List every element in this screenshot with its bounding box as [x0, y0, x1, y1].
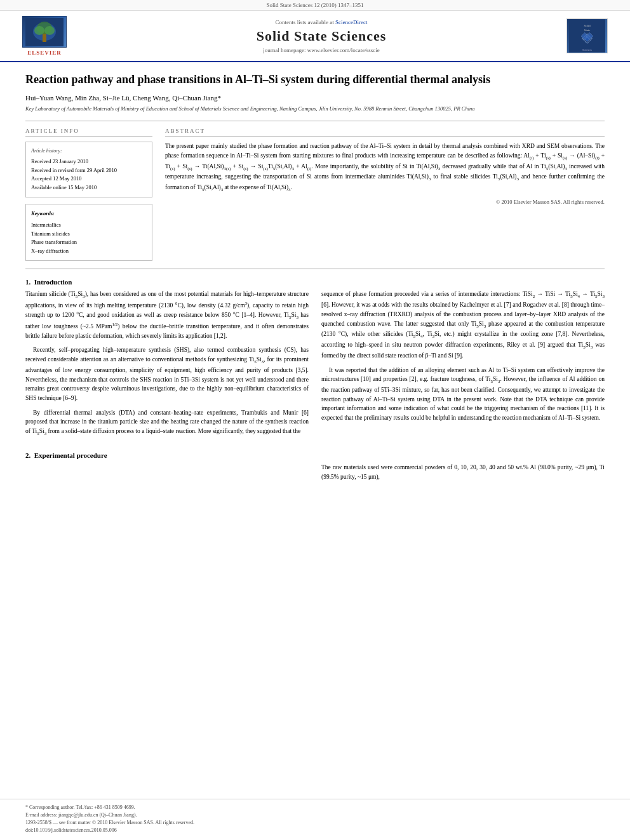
intro-p1: Titanium silicide (Ti5Si3), has been con… [25, 290, 309, 340]
keywords-label: Keywords: [31, 210, 147, 218]
email-line: E-mail address: jiangqc@jlu.edu.cn (Qi–C… [25, 812, 605, 818]
contents-link: Contents lists available at ScienceDirec… [76, 19, 566, 25]
authors: Hui–Yuan Wang, Min Zha, Si–Jie Lü, Cheng… [25, 94, 605, 102]
journal-title: Solid State Sciences [76, 28, 566, 44]
authors-text: Hui–Yuan Wang, Min Zha, Si–Jie Lü, Cheng… [25, 94, 221, 102]
keywords-box: Keywords: Intermetallics Titanium silici… [25, 204, 152, 261]
solid-state-logo: Solid State Sciences [566, 18, 608, 53]
article-info-column: ARTICLE INFO Article history: Received 2… [25, 128, 152, 261]
svg-point-4 [34, 26, 44, 35]
issn-line: 1293-2558/$ — see front matter © 2010 El… [25, 820, 605, 825]
article-title: Reaction pathway and phase transitions i… [25, 72, 605, 88]
intro-col1: Titanium silicide (Ti5Si3), has been con… [25, 290, 309, 442]
svg-text:Solid: Solid [584, 24, 591, 27]
main-content: Reaction pathway and phase transitions i… [0, 62, 630, 799]
keyword-2: Titanium silicides [31, 230, 147, 239]
journal-citation: Solid State Sciences 12 (2010) 1347–1351 [266, 2, 363, 8]
solid-state-logo-area: Solid State Sciences [566, 18, 617, 53]
elsevier-logo-area: ELSEVIER [13, 16, 76, 56]
exp-col1 [25, 463, 309, 486]
affiliation: Key Laboratory of Automobile Materials o… [25, 105, 605, 113]
journal-header: ELSEVIER Contents lists available at Sci… [0, 11, 630, 62]
footer: * Corresponding author. Tel./fax: +86 43… [0, 799, 630, 840]
accepted-date: Accepted 12 May 2010 [31, 175, 147, 183]
exp-p1: The raw materials used were commercial p… [321, 463, 605, 481]
svg-point-5 [44, 26, 55, 35]
info-abstract-section: ARTICLE INFO Article history: Received 2… [25, 128, 605, 261]
journal-citation-bar: Solid State Sciences 12 (2010) 1347–1351 [0, 0, 630, 11]
keyword-4: X–ray diffraction [31, 247, 147, 256]
email-address: jiangqc@jlu.edu.cn (Qi–Chuan Jiang). [58, 812, 137, 818]
intro-p2: Recently, self–propagating high–temperat… [25, 345, 309, 403]
keyword-3: Phase transformation [31, 238, 147, 247]
intro-p3: By differential thermal analysis (DTA) a… [25, 408, 309, 437]
divider-1 [25, 121, 605, 121]
journal-title-area: Contents lists available at ScienceDirec… [76, 19, 566, 53]
abstract-column: ABSTRACT The present paper mainly studie… [165, 128, 605, 261]
abstract-text: The present paper mainly studied the pha… [165, 142, 605, 194]
received-date: Received 23 January 2010 [31, 157, 147, 166]
elsevier-graphic [22, 16, 67, 48]
received-revised-date: Received in revised form 29 April 2010 [31, 166, 147, 175]
experimental-body: The raw materials used were commercial p… [25, 463, 605, 486]
keyword-1: Intermetallics [31, 221, 147, 230]
exp-col2: The raw materials used were commercial p… [321, 463, 605, 486]
history-label: Article history: [31, 147, 147, 155]
intro-col2-p1: sequence of phase formation proceeded vi… [321, 290, 605, 360]
intro-body: Titanium silicide (Ti5Si3), has been con… [25, 290, 605, 442]
divider-2 [25, 269, 605, 269]
intro-title: 1. Introduction [25, 278, 605, 286]
doi-line: doi:10.1016/j.solidstatesciences.2010.05… [25, 827, 605, 833]
sciencedirect-link[interactable]: ScienceDirect [335, 19, 367, 25]
corresponding-note: * Corresponding author. Tel./fax: +86 43… [25, 804, 605, 810]
experimental-title: 2. Experimental procedure [25, 451, 605, 459]
svg-text:State: State [584, 29, 591, 32]
intro-col2: sequence of phase formation proceeded vi… [321, 290, 605, 442]
svg-text:Sciences: Sciences [582, 48, 592, 51]
article-info-label: ARTICLE INFO [25, 128, 152, 137]
abstract-label: ABSTRACT [165, 128, 605, 137]
intro-col2-p2: It was reported that the addition of an … [321, 366, 605, 423]
email-label: E-mail address: [25, 812, 57, 818]
journal-homepage: journal homepage: www.elsevier.com/locat… [76, 47, 566, 53]
copyright-text: © 2010 Elsevier Masson SAS. All rights r… [165, 199, 605, 205]
elsevier-name: ELSEVIER [27, 50, 62, 56]
available-date: Available online 15 May 2010 [31, 183, 147, 192]
article-history-box: Article history: Received 23 January 201… [25, 142, 152, 197]
